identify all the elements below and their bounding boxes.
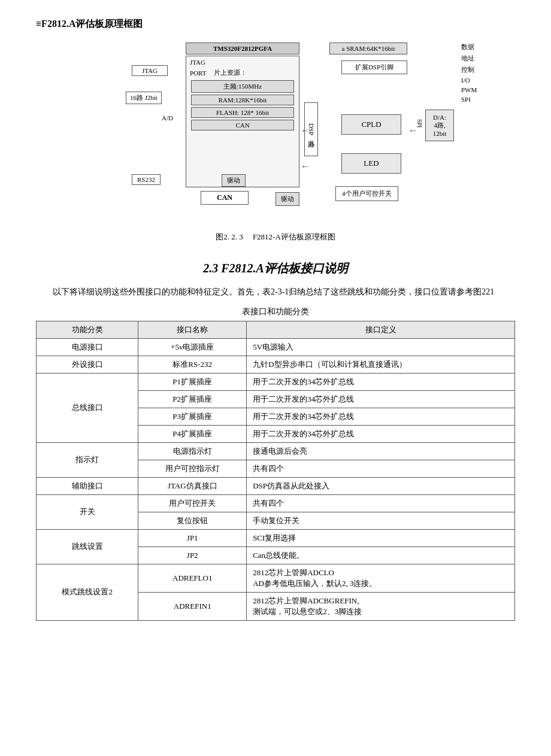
- table-row: 模式跳线设置2 ADREFLO1 2812芯片上管脚ADCLOAD参考低电压输入…: [37, 564, 515, 592]
- cell-name: P2扩展插座: [138, 390, 247, 408]
- cell-def: 用于二次开发的34芯外扩总线: [247, 408, 515, 425]
- cell-def: DSP仿真器从此处接入: [247, 477, 515, 494]
- cell-func-mode: 模式跳线设置2: [37, 564, 138, 620]
- cell-def: 2812芯片上管脚ADCLOAD参考低电压输入，默认2, 3连接。: [247, 564, 515, 592]
- block-diagram-wrapper: TMS320F2812PGFA JTAG PORT 片上资源： 主频:150MH…: [36, 42, 515, 222]
- cell-def: 接通电源后会亮: [247, 442, 515, 460]
- cell-def: 用于二次开发的34芯外扩总线: [247, 425, 515, 442]
- table-title: 表接口和功能分类: [36, 306, 515, 317]
- cell-name: +5v电源插座: [138, 338, 247, 356]
- cell-def: 5V电源输入: [247, 338, 515, 356]
- data-label: 数据: [461, 42, 477, 51]
- cell-name: P4扩展插座: [138, 425, 247, 442]
- table-header-row: 功能分类 接口名称 接口定义: [37, 321, 515, 338]
- spi-right-label: SPI: [461, 96, 477, 103]
- cell-func-busline: 总线接口: [37, 373, 138, 442]
- drive1-box: 驱动: [222, 174, 246, 187]
- jtag-left-label: JTAG: [132, 65, 168, 76]
- cell-def: 手动复位开关: [247, 512, 515, 529]
- cell-func: 外设接口: [37, 356, 138, 373]
- addr-label: 地址: [461, 54, 477, 63]
- port-row: PORT 片上资源：: [186, 67, 299, 78]
- tms-title: TMS320F2812PGFA: [186, 42, 299, 54]
- cell-def: 用于二次开发的34芯外扩总线: [247, 373, 515, 390]
- flash-box: FLASH: 128* 16bit: [191, 107, 294, 118]
- cell-name: ADREFIN1: [138, 592, 247, 620]
- cell-def: 2812芯片上管脚ADCBGREFIN,测试端，可以悬空或2、3脚连接: [247, 592, 515, 620]
- table-row: 辅助接口 JTAG仿真接口 DSP仿真器从此处接入: [37, 477, 515, 494]
- col-def: 接口定义: [247, 321, 515, 338]
- table-row: 外设接口 标准RS-232 九针D型异步串口（可以和计算机直接通讯）: [37, 356, 515, 373]
- fig-caption: 图2. 2. 3 F2812-A评估板原理框图: [36, 232, 515, 242]
- table-row: 开关 用户可控开关 共有四个: [37, 494, 515, 512]
- cell-def: SCI复用选择: [247, 529, 515, 546]
- body-text: 以下将详细说明这些外围接口的功能和特征定义。首先，表2-3-1归纳总结了这些跳线…: [36, 285, 515, 299]
- four-switch-box: 4个用户可控开关: [335, 186, 398, 201]
- cell-name: ADREFLO1: [138, 564, 247, 592]
- table-row: 电源接口 +5v电源插座 5V电源输入: [37, 338, 515, 356]
- cpld-box: CPLD: [341, 114, 401, 135]
- drive2-box: 驱动: [276, 192, 299, 206]
- cell-func-jumper: 跳线设置: [37, 529, 138, 564]
- cell-func: 电源接口: [37, 338, 138, 356]
- jtag-row: JTAG: [186, 56, 299, 67]
- table-row: 总线接口 P1扩展插座 用于二次开发的34芯外扩总线: [37, 373, 515, 390]
- da-box: D/A: 4路, 12bit: [425, 110, 454, 141]
- cell-name: 标准RS-232: [138, 356, 247, 373]
- cell-def: 共有四个: [247, 460, 515, 477]
- interface-table: 功能分类 接口名称 接口定义 电源接口 +5v电源插座 5V电源输入 外设接口 …: [36, 321, 515, 621]
- far-right-labels: 数据 地址 控制 I/O PWM SPI: [461, 42, 477, 103]
- cell-name: JP2: [138, 546, 247, 564]
- ram-box: RAM:128K*16bit: [191, 95, 294, 105]
- cell-name: 用户可控指示灯: [138, 460, 247, 477]
- arrow-left-led: ←: [301, 161, 310, 172]
- ad-label: A/D: [162, 114, 173, 122]
- section-heading: 2.3 F2812.A评估板接口说明: [36, 260, 515, 277]
- main-freq-box: 主频:150MHz: [191, 80, 294, 93]
- sram-box: a SRAM:64K*16bit: [329, 42, 407, 54]
- fig-caption-text: F2812-A评估板原理框图: [253, 232, 335, 241]
- cell-name: 用户可控开关: [138, 494, 247, 512]
- arrow-right-da: ←: [408, 125, 418, 136]
- port-label: PORT: [190, 69, 211, 77]
- cell-name: 复位按钮: [138, 512, 247, 529]
- led-box: LED: [341, 153, 401, 174]
- rs232-label: RS232: [132, 174, 161, 185]
- j2bit-label: 16路 J2bit: [126, 92, 162, 104]
- arrow-left-cpld: ←: [301, 125, 310, 136]
- io-label: I/O: [461, 77, 477, 84]
- can-box: CAN: [201, 191, 249, 205]
- ctrl-label: 控制: [461, 65, 477, 74]
- cell-def: 用于二次开发的34芯外扩总线: [247, 390, 515, 408]
- cell-name: P1扩展插座: [138, 373, 247, 390]
- cell-def: 共有四个: [247, 494, 515, 512]
- cell-def: 九针D型异步串口（可以和计算机直接通讯）: [247, 356, 515, 373]
- chip-resource: 片上资源：: [214, 68, 247, 77]
- cell-name: P3扩展插座: [138, 408, 247, 425]
- page-title: ≡F2812.A评估板原理框图: [36, 18, 515, 31]
- block-diagram: TMS320F2812PGFA JTAG PORT 片上资源： 主频:150MH…: [90, 42, 461, 222]
- cell-name: JP1: [138, 529, 247, 546]
- pwm-label: PWM: [461, 86, 477, 93]
- cell-func-indicator: 指示灯: [37, 442, 138, 477]
- fig-caption-label: 图2. 2. 3: [216, 232, 243, 241]
- cell-func-switch: 开关: [37, 494, 138, 529]
- col-name: 接口名称: [138, 321, 247, 338]
- cell-func-aux: 辅助接口: [37, 477, 138, 494]
- cell-name: JTAG仿真接口: [138, 477, 247, 494]
- cell-name: 电源指示灯: [138, 442, 247, 460]
- can-inner-box: CAN: [191, 120, 294, 130]
- col-func: 功能分类: [37, 321, 138, 338]
- jtag-label: JTAG: [190, 59, 205, 66]
- tms-box: JTAG PORT 片上资源： 主频:150MHz RAM:128K*16bit…: [186, 56, 299, 187]
- ext-dsp-box: 扩展DSP引脚: [341, 60, 407, 74]
- table-row: 跳线设置 JP1 SCI复用选择: [37, 529, 515, 546]
- table-row: 指示灯 电源指示灯 接通电源后会亮: [37, 442, 515, 460]
- cell-def: Can总线使能。: [247, 546, 515, 564]
